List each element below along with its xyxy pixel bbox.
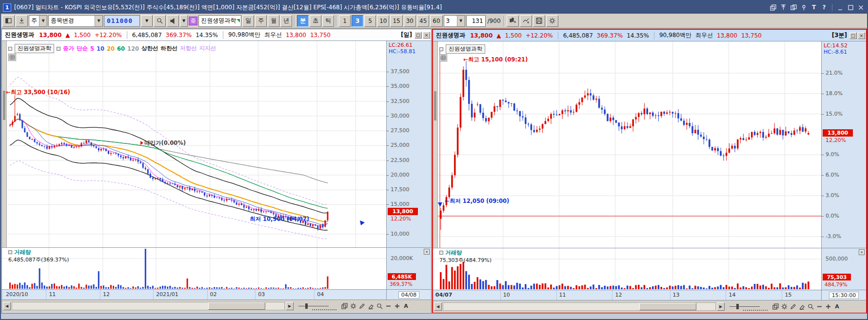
zoom-slider-handle[interactable] [305,303,308,309]
search-icon[interactable] [154,15,166,27]
date-separator [255,290,256,300]
interval-button-1[interactable]: 1 [339,15,351,27]
mini-board-icon[interactable] [439,54,447,61]
auto-fit-icon[interactable]: A [402,302,410,310]
mini-board-icon[interactable] [8,54,16,61]
zoom-slider[interactable] [298,302,336,311]
scroll-left-button[interactable]: ◀ [3,302,11,310]
panel-header[interactable]: 진원생명과 13,800 ▲ 1,500 +12.20% 6,485,087 3… [2,29,431,41]
period-button-일[interactable]: 일 [242,15,254,27]
interval-button-60[interactable]: 60 [430,15,442,27]
legend-toggle-icon[interactable] [8,250,12,254]
pen-tool-icon[interactable] [789,302,797,311]
magnifier-icon[interactable] [807,302,815,311]
stock-change-combo[interactable]: 종목변경▼ [48,15,103,27]
copy-icon[interactable] [769,3,777,11]
scrollbar-track[interactable] [12,302,285,310]
eraser-tool-icon[interactable] [367,302,375,310]
date-separator [46,290,46,300]
scroll-left-button[interactable]: ◀ [434,302,442,311]
axis-tick-mark [387,86,389,87]
legend-toggle-icon[interactable] [439,251,443,255]
date-label: 04/07 [435,292,453,298]
mini-scrollbar-thumb[interactable] [434,91,436,120]
mode-button-분[interactable]: 분 [297,15,309,27]
interval-button-15[interactable]: 15 [390,15,402,27]
interval-button-30[interactable]: 30 [404,15,416,27]
stock-code-input[interactable]: 011000 [104,15,140,27]
date-label: 03 [258,291,265,298]
dual-window-icon[interactable] [789,3,798,11]
eraser-tool-icon[interactable] [798,302,806,311]
scrollbar-thumb[interactable] [639,303,696,310]
gear-icon[interactable] [780,302,789,311]
auto-fit-icon[interactable]: A [833,302,841,311]
zoom-in-icon[interactable] [393,302,401,310]
chart-copy-icon[interactable] [771,302,780,311]
zoom-out-icon[interactable] [815,302,824,311]
panel-restore-button[interactable]: □ [849,32,857,39]
chevron-down-icon[interactable]: ▼ [457,16,465,26]
legend-toggle-icon[interactable] [439,47,443,51]
save-icon[interactable] [533,15,545,27]
chevron-down-icon[interactable]: ▼ [95,16,102,26]
period-button-년[interactable]: 년 [280,15,292,27]
panel-header[interactable]: 진원생명과 13,800 ▲ 1,500 +12.20% 6,485,087 3… [433,30,866,41]
chevron-down-icon[interactable]: ▼ [39,16,47,26]
price-mini-scrollbar[interactable] [2,41,7,247]
volume-close-icon[interactable]: × [859,249,865,255]
export-icon[interactable] [16,15,28,27]
price-chart[interactable]: т [433,41,821,248]
mini-scrollbar-thumb[interactable] [3,91,5,120]
pin-icon[interactable] [799,3,808,11]
maximize-button[interactable] [846,3,855,11]
gear-icon[interactable] [546,15,558,27]
scroll-right-button[interactable]: ▶ [286,302,294,310]
close-button[interactable] [856,3,865,11]
magnifier-icon[interactable] [375,302,384,310]
zoom-in-icon[interactable] [824,302,832,311]
legend-toggle-icon[interactable] [8,47,12,51]
custom-interval-combo[interactable]: 3▼ [444,15,465,27]
minimize-button[interactable] [836,3,845,11]
panel-restore-button[interactable]: □ [414,32,422,39]
interval-button-3[interactable]: 3 [352,15,363,27]
panel-close-button[interactable]: × [423,32,430,39]
pen-tool-icon[interactable] [358,302,366,310]
interval-button-45[interactable]: 45 [417,15,429,27]
zoom-slider-handle[interactable] [736,304,739,309]
volume-axis-tick: 500,000 [826,256,848,262]
price-mini-scrollbar[interactable] [433,41,438,248]
code-dropdown-button[interactable]: ▼ [141,15,153,27]
price-chart[interactable] [2,41,386,247]
chart-copy-icon[interactable] [340,302,349,310]
main-toolbar: 주▼ 종목변경▼ 011000 ▼ ▼ 증 진원생명과학 일주월년 분초틱 13… [1,14,867,28]
add-line-chart-icon[interactable] [520,15,532,27]
add-candle-chart-icon[interactable] [507,15,519,27]
mode-button-초[interactable]: 초 [310,15,321,27]
volume-close-icon[interactable]: × [424,249,430,255]
period-button-월[interactable]: 월 [268,15,279,27]
period-combo[interactable]: 주▼ [29,15,47,27]
layout-icon[interactable] [2,15,15,27]
toolbar-separator [336,16,337,26]
help-icon[interactable]: ? [820,3,829,11]
speaker-dropdown-button[interactable]: ▼ [180,15,188,27]
bar-count-input[interactable]: 131 [466,15,486,27]
scroll-right-button[interactable]: ▶ [717,302,725,311]
panel-close-button[interactable]: × [858,32,865,39]
scrollbar-track[interactable] [443,302,716,311]
legend-toggle-icon[interactable] [57,47,60,51]
volume-axis-tick: 20,000K [391,255,413,261]
interval-button-10[interactable]: 10 [377,15,389,27]
period-button-주[interactable]: 주 [255,15,267,27]
scrollbar-thumb[interactable] [208,302,265,310]
pin-top-icon[interactable] [779,3,788,11]
zoom-slider[interactable] [730,302,768,311]
interval-button-5[interactable]: 5 [364,15,376,27]
gear-icon[interactable] [349,302,357,310]
text-tool-icon[interactable]: T [809,3,818,11]
speaker-icon[interactable] [167,15,179,27]
zoom-out-icon[interactable] [384,302,393,310]
mode-button-틱[interactable]: 틱 [322,15,334,27]
